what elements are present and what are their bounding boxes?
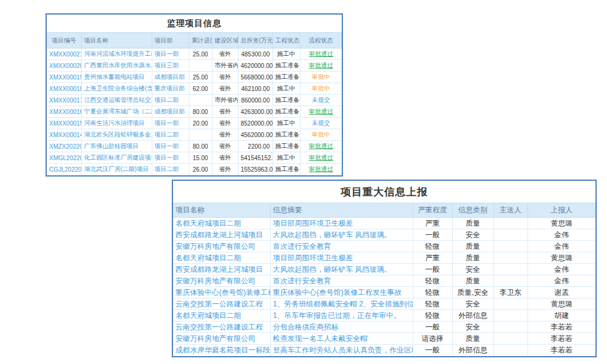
cell-progress: 80.00 <box>189 141 212 152</box>
cell-code[interactable]: XMGL20220... <box>47 152 81 164</box>
cell-dept[interactable]: 成都项目部 <box>152 72 189 83</box>
cell-project[interactable]: 云南交投第一公路建设工程 <box>173 298 270 310</box>
table-row: 名都天府城项目二期项目部周围环境卫生极差严重质量黄思璐 <box>173 218 595 229</box>
cell-recipient <box>493 275 527 287</box>
cell-summary[interactable]: 分包合格供应商招标 <box>270 322 413 333</box>
cell-name[interactable]: 河南河流域水环境提升工程 <box>81 49 152 60</box>
table-row: 安徽万科房地产有限公司首次进行安全教育轻微质量金伟 <box>173 241 595 252</box>
cell-flow[interactable]: 审批通过 <box>300 141 342 152</box>
cell-status: 施工准备 <box>273 129 300 141</box>
cell-flow[interactable]: 审批通过 <box>300 152 342 164</box>
cell-dept[interactable]: 项目一部 <box>152 141 189 152</box>
cell-summary[interactable]: 项目部周围环境卫生极差 <box>270 218 413 229</box>
cell-summary[interactable]: 大风吹起围挡，砸坏铲车 风挡玻璃。 <box>270 229 413 241</box>
cell-recipient <box>493 310 527 322</box>
cell-project[interactable]: 名都天府城项目二期 <box>173 218 270 229</box>
cell-reporter: 李若若 <box>527 322 595 333</box>
cell-code[interactable]: XMXX00019 <box>47 72 81 83</box>
cell-summary[interactable]: 首次进行安全教育 <box>270 275 413 287</box>
cell-name[interactable]: 上海卫生院业务综合楼(含业务用... <box>81 83 152 95</box>
cell-code[interactable]: XMXX00016 <box>47 106 81 118</box>
cell-region: 市外省内 <box>212 95 238 106</box>
column-header-dept: 项目部 <box>152 33 189 49</box>
cell-name[interactable]: 贵州抽水蓄能电站项目 <box>81 72 152 83</box>
cell-dept[interactable]: 项目二部 <box>152 164 189 175</box>
supervision-panel-title: 监理项目信息 <box>47 15 342 32</box>
cell-flow: 未提交 <box>300 118 342 129</box>
supervision-table-body: XMXX00021河南河流域水环境提升工程项目一部25.00省外485300.0… <box>47 49 342 175</box>
supervision-table-header: 项目编号项目名称项目部累计进度建设区域总投资(万元)工程状态流程状态 <box>47 33 342 49</box>
cell-summary[interactable]: 检查发现一名工人未戴安全帽 <box>270 333 413 345</box>
cell-code[interactable]: XMXX00014 <box>47 129 81 141</box>
cell-reporter: 金伟 <box>527 241 595 252</box>
cell-summary[interactable]: 1、吊车年审报告已过期，正在年审中。 <box>270 310 413 322</box>
cell-dept[interactable]: 项目一部 <box>152 49 189 60</box>
cell-code[interactable]: CGJL202205... <box>47 164 81 175</box>
cell-name[interactable]: 江西交通运输管理总站交通枢纽及... <box>81 95 152 106</box>
cell-project[interactable]: 名都天府城项目二期 <box>173 252 270 264</box>
cell-name[interactable]: 广西黄田水库饮用水源水质保护项目 <box>81 60 152 72</box>
cell-code[interactable]: XMXX00020 <box>47 60 81 72</box>
cell-status: 施工准备 <box>273 141 300 152</box>
cell-summary[interactable]: 登高车工作时旁站人员未认真负责，作业区域缺乏警示标 <box>270 345 413 356</box>
cell-code[interactable]: XMXX00017 <box>47 95 81 106</box>
table-row: XMXX00019贵州抽水蓄能电站项目成都项目部25.00省外5668000.0… <box>47 72 342 83</box>
cell-dept[interactable]: 项目三部 <box>152 60 189 72</box>
cell-severity: 一般 <box>413 264 452 275</box>
cell-project[interactable]: 西安成都路龙湖上河城项目 <box>173 229 270 241</box>
report-panel-title: 项目重大信息上报 <box>173 181 595 203</box>
cell-category: 质量 <box>452 333 493 345</box>
table-row: XMXX00016宁夏会展湾东城广场（二期）工程成都项目部80.00省外4263… <box>47 106 342 118</box>
cell-project[interactable]: 安徽万科房地产有限公司 <box>173 275 270 287</box>
cell-flow[interactable]: 审批通过 <box>300 106 342 118</box>
report-table-header: 项目名称信息摘要严重程度信息类别主送人上报人 <box>173 203 595 218</box>
cell-flow[interactable]: 审批通过 <box>300 60 342 72</box>
table-row: 云南交投第一公路建设工程1、劳务班组都佩戴安全帽 2、安全措施到位轻微安全黄思璐 <box>173 298 595 310</box>
cell-dept[interactable]: 项目一部 <box>152 118 189 129</box>
table-row: XMZX20220...广东佛山碧桂园项目项目一部80.00省外2200.00施… <box>47 141 342 152</box>
cell-project[interactable]: 安徽万科房地产有限公司 <box>173 241 270 252</box>
cell-dept[interactable]: 项目一部 <box>152 152 189 164</box>
cell-project[interactable]: 西安成都路龙湖上河城项目 <box>173 264 270 275</box>
cell-project[interactable]: 成都水岸华庭名苑项目一标段 <box>173 345 270 356</box>
cell-summary[interactable]: 项目部周围环境卫生极差 <box>270 252 413 264</box>
cell-name[interactable]: 广东佛山碧桂园项目 <box>81 141 152 152</box>
cell-summary[interactable]: 重庆体验中心(叁号馆)装修工程发生事故 <box>270 287 413 298</box>
cell-name[interactable]: 河南生活污水治理项目 <box>81 118 152 129</box>
cell-region: 省外 <box>212 72 238 83</box>
column-header-status: 工程状态 <box>273 33 300 49</box>
table-row: 云南交投第一公路建设工程分包合格供应商招标一般安全李若若 <box>173 322 595 333</box>
table-row: 西安成都路龙湖上河城项目大风吹起围挡，砸坏铲车 风挡玻璃。一般安全金伟 <box>173 264 595 275</box>
table-row: 安徽万科房地产有限公司检查发现一名工人未戴安全帽请选择质量李若若 <box>173 333 595 345</box>
cell-summary[interactable]: 1、劳务班组都佩戴安全帽 2、安全措施到位 <box>270 298 413 310</box>
cell-project[interactable]: 名都天府城项目二期 <box>173 310 270 322</box>
cell-code[interactable]: XMXX00018 <box>47 83 81 95</box>
table-row: 名都天府城项目二期1、吊车年审报告已过期，正在年审中。轻微外部信息胡建 <box>173 310 595 322</box>
cell-name[interactable]: 化工园区标准厂房建设项目一期项目 <box>81 152 152 164</box>
cell-name[interactable]: 宁夏会展湾东城广场（二期）工程 <box>81 106 152 118</box>
cell-category: 质量 <box>452 275 493 287</box>
cell-dept[interactable]: 项目二部 <box>152 95 189 106</box>
cell-code[interactable]: XMXX00015 <box>47 118 81 129</box>
cell-summary[interactable]: 首次进行安全教育 <box>270 241 413 252</box>
cell-name[interactable]: 湖北武汉厂房(二期)项目 <box>81 164 152 175</box>
cell-code[interactable]: XMXX00021 <box>47 49 81 60</box>
cell-reporter: 李若若 <box>527 345 595 356</box>
table-row: XMXX00015河南生活污水治理项目项目一部20.00省外8520000.00… <box>47 118 342 129</box>
cell-investment: 462100.00 <box>238 83 273 95</box>
cell-project[interactable]: 安徽万科房地产有限公司 <box>173 333 270 345</box>
cell-dept[interactable]: 重庆项目部 <box>152 83 189 95</box>
cell-project[interactable]: 重庆体验中心(叁号馆)装修工程 <box>173 287 270 298</box>
table-row: 西安成都路龙湖上河城项目大风吹起围挡，砸坏铲车 风挡玻璃。一般安全金伟 <box>173 229 595 241</box>
cell-summary[interactable]: 大风吹起围挡，砸坏铲车 风挡玻璃。 <box>270 264 413 275</box>
cell-dept[interactable]: 项目二部 <box>152 129 189 141</box>
cell-category: 安全 <box>452 322 493 333</box>
cell-region: 省外 <box>212 83 238 95</box>
cell-dept[interactable]: 成都项目部 <box>152 106 189 118</box>
cell-flow[interactable]: 审批通过 <box>300 49 342 60</box>
cell-name[interactable]: 湖北岩头区段铅锌银多金属矿开采... <box>81 129 152 141</box>
cell-flow[interactable]: 审批通过 <box>300 164 342 175</box>
cell-project[interactable]: 云南交投第一公路建设工程 <box>173 322 270 333</box>
cell-code[interactable]: XMZX20220... <box>47 141 81 152</box>
table-row: XMXX00018上海卫生院业务综合楼(含业务用...重庆项目部62.00省外4… <box>47 83 342 95</box>
